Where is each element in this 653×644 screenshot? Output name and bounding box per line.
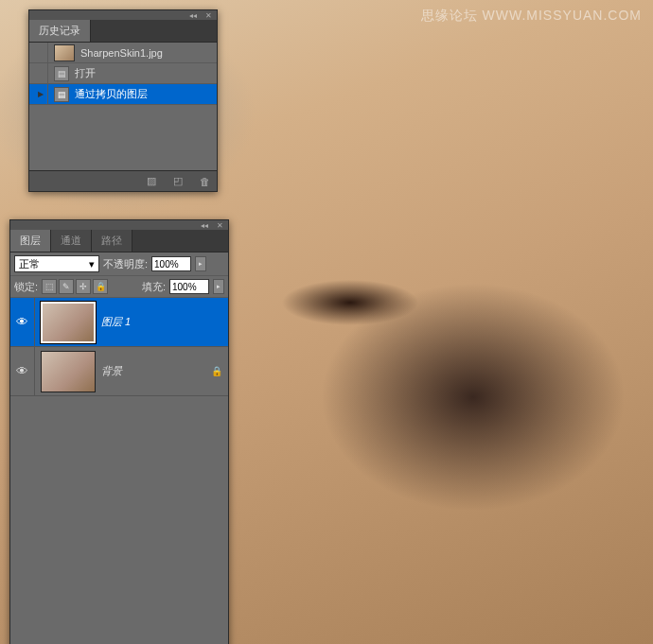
fill-flyout-icon[interactable]: ▸ — [213, 279, 224, 294]
opacity-flyout-icon[interactable]: ▸ — [195, 256, 206, 271]
history-list: SharpenSkin1.jpg ▤ 打开 ▶ ▤ 通过拷贝的图层 — [29, 43, 217, 170]
layers-panel: ◂◂ ✕ 图层 通道 路径 正常 ▾ 不透明度: 100% ▸ 锁定: ⬚ ✎ … — [9, 219, 229, 644]
history-marker-col: ▶ — [33, 84, 48, 104]
history-footer: ▨ ◰ 🗑 — [29, 170, 217, 191]
panel-drag-header[interactable]: ◂◂ ✕ — [10, 220, 228, 230]
visibility-toggle[interactable]: 👁 — [10, 347, 35, 395]
layer-thumbnail[interactable] — [41, 351, 96, 392]
lock-label: 锁定: — [14, 280, 38, 294]
layer-row[interactable]: 👁 图层 1 — [10, 298, 228, 347]
tab-history[interactable]: 历史记录 — [29, 20, 91, 42]
layer-controls-row1: 正常 ▾ 不透明度: 100% ▸ — [10, 252, 228, 276]
history-step-label: 通过拷贝的图层 — [75, 87, 213, 101]
eye-icon: 👁 — [16, 315, 28, 329]
close-icon[interactable]: ✕ — [203, 11, 213, 19]
trash-icon[interactable]: 🗑 — [198, 175, 211, 188]
snapshot-thumbnail — [54, 44, 75, 61]
lock-all-icon[interactable]: 🔒 — [93, 279, 108, 294]
blend-mode-select[interactable]: 正常 ▾ — [14, 255, 99, 272]
layer-row[interactable]: 👁 背景 🔒 — [10, 347, 228, 396]
blend-mode-value: 正常 — [19, 257, 40, 271]
close-icon[interactable]: ✕ — [215, 221, 224, 229]
history-marker-col — [33, 63, 48, 83]
snapshot-name: SharpenSkin1.jpg — [80, 47, 213, 59]
history-snapshot-row[interactable]: SharpenSkin1.jpg — [29, 43, 217, 63]
create-document-icon[interactable]: ▨ — [145, 175, 158, 188]
panel-drag-header[interactable]: ◂◂ ✕ — [29, 10, 217, 20]
opacity-label: 不透明度: — [103, 257, 148, 271]
history-step-label: 打开 — [75, 66, 213, 80]
layers-list: 👁 图层 1 👁 背景 🔒 — [10, 298, 228, 644]
fill-input[interactable]: 100% — [169, 279, 209, 294]
visibility-toggle[interactable]: 👁 — [10, 298, 35, 346]
opacity-input[interactable]: 100% — [151, 256, 191, 271]
current-step-icon: ▶ — [38, 90, 44, 98]
lock-pixels-icon[interactable]: ✎ — [59, 279, 74, 294]
layer-lock-indicator: 🔒 — [205, 366, 228, 376]
layer-controls-row2: 锁定: ⬚ ✎ ✢ 🔒 填充: 100% ▸ — [10, 276, 228, 298]
layer-thumbnail[interactable] — [41, 302, 96, 343]
tab-channels[interactable]: 通道 — [51, 230, 92, 252]
history-step-open[interactable]: ▤ 打开 — [29, 63, 217, 84]
lock-transparency-icon[interactable]: ⬚ — [42, 279, 57, 294]
history-panel: ◂◂ ✕ 历史记录 SharpenSkin1.jpg ▤ 打开 ▶ ▤ 通过拷贝… — [28, 9, 218, 192]
layer-name[interactable]: 背景 — [101, 364, 205, 378]
history-step-copy-layer[interactable]: ▶ ▤ 通过拷贝的图层 — [29, 84, 217, 105]
layer-name[interactable]: 图层 1 — [101, 315, 205, 329]
new-snapshot-icon[interactable]: ◰ — [171, 175, 185, 188]
tab-paths[interactable]: 路径 — [92, 230, 132, 252]
fill-label: 填充: — [142, 280, 166, 294]
chevron-down-icon: ▾ — [89, 258, 95, 270]
eye-icon: 👁 — [16, 364, 28, 378]
document-icon: ▤ — [54, 66, 69, 81]
document-icon: ▤ — [54, 87, 69, 102]
watermark-text: 思缘论坛 WWW.MISSYUAN.COM — [421, 8, 642, 25]
collapse-icon[interactable]: ◂◂ — [188, 11, 198, 19]
lock-position-icon[interactable]: ✢ — [76, 279, 91, 294]
collapse-icon[interactable]: ◂◂ — [200, 221, 209, 229]
tab-layers[interactable]: 图层 — [10, 230, 51, 252]
snapshot-marker-col — [33, 43, 48, 62]
